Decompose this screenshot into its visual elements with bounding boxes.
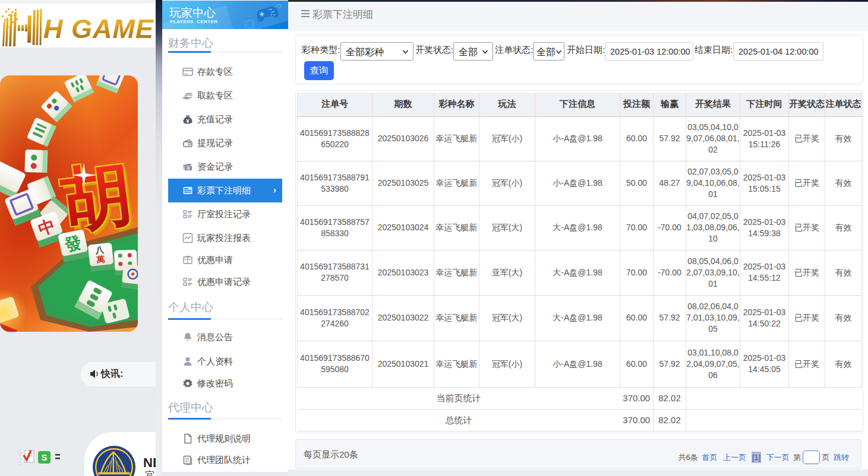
svg-text:S: S bbox=[41, 452, 47, 462]
svg-text:八: 八 bbox=[94, 245, 105, 255]
svg-text:萬: 萬 bbox=[96, 254, 106, 264]
svg-text:胡: 胡 bbox=[56, 154, 136, 240]
svg-text:H GAME: H GAME bbox=[43, 14, 154, 44]
